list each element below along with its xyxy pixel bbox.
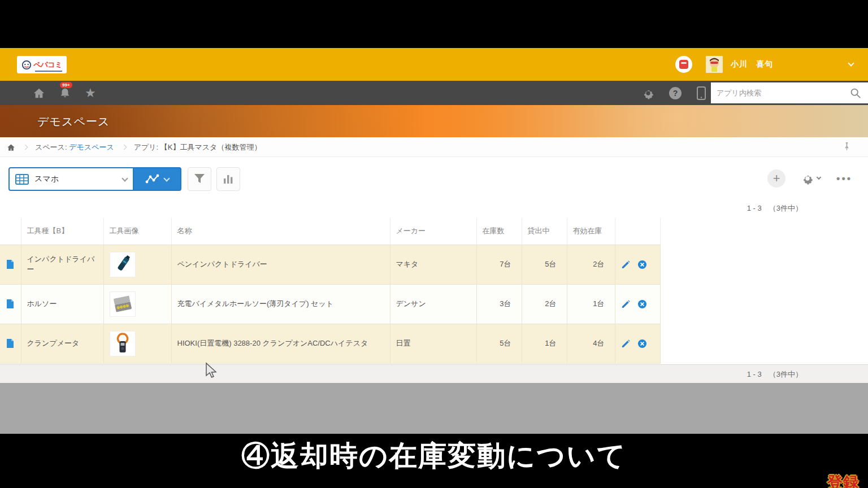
column-header-tool-type[interactable]: 工具種【B】: [21, 218, 103, 245]
gear-icon[interactable]: [642, 87, 654, 99]
cell-available: 2台: [567, 245, 615, 284]
filter-button[interactable]: [188, 167, 211, 191]
mouse-cursor: [205, 362, 218, 379]
global-toolbar: 99+ ★ ?: [0, 81, 868, 105]
breadcrumb-app-prefix: アプリ:: [134, 142, 159, 152]
product-image-hole-saw-set: [110, 291, 136, 317]
screen: ペパコミ 小川 喜句: [0, 0, 868, 488]
notification-bell-icon[interactable]: 99+: [59, 87, 71, 99]
column-header-tool-image[interactable]: 工具画像: [103, 218, 171, 245]
cell-lent: 2台: [522, 284, 567, 324]
cell-tool-type: インパクトドライバー: [21, 245, 103, 284]
record-detail-icon[interactable]: [6, 259, 14, 269]
edit-pencil-icon[interactable]: [621, 299, 631, 309]
table-header-row: 工具種【B】 工具画像 名称 メーカー 在庫数 貸出中 有効在庫: [0, 218, 660, 245]
chevron-down-icon: [163, 175, 170, 181]
chevron-down-icon: [121, 175, 128, 181]
view-selector-dropdown[interactable]: スマホ: [8, 167, 134, 191]
add-record-button[interactable]: +: [767, 169, 785, 188]
help-icon[interactable]: ?: [669, 87, 682, 99]
cell-lent: 5台: [522, 245, 567, 284]
user-menu[interactable]: 小川 喜句: [706, 56, 853, 73]
announcement-icon: [679, 60, 688, 69]
line-graph-icon: [145, 173, 160, 185]
cell-maker: マキタ: [390, 245, 476, 284]
space-cover-image: デモスペース: [0, 105, 868, 137]
app-header: ペパコミ 小川 喜句: [0, 48, 868, 81]
breadcrumb-app-name[interactable]: 【K】工具マスタ（複数管理）: [160, 142, 262, 152]
column-header-blank: [0, 218, 21, 245]
table-row: クランプメータ HIOKI(日置電機) 3288-20 クランプオンAC/DCハ…: [0, 324, 660, 363]
column-header-stock[interactable]: 在庫数: [476, 218, 522, 245]
breadcrumb-space-prefix: スペース:: [35, 142, 67, 152]
record-count-bottom: 1 - 3 （3件中）: [747, 369, 802, 380]
chevron-down-icon: [848, 60, 854, 66]
record-count: 1 - 3 （3件中）: [747, 203, 802, 213]
cell-name: ペンインパクトドライバー: [171, 245, 390, 284]
breadcrumb-home-icon[interactable]: [7, 143, 15, 151]
record-detail-icon[interactable]: [6, 338, 14, 348]
cell-maker: 日置: [390, 324, 476, 363]
search-button[interactable]: [843, 82, 868, 103]
chevron-down-icon: [817, 175, 821, 180]
search-input[interactable]: [711, 89, 843, 97]
cell-tool-image: [103, 324, 171, 363]
record-list-area: スマホ +: [0, 157, 868, 364]
graph-view-button[interactable]: [134, 167, 181, 191]
cell-available: 1台: [567, 284, 615, 324]
register-watermark: 登録: [827, 472, 859, 488]
column-header-lent[interactable]: 貸出中: [522, 218, 567, 245]
more-options-button[interactable]: •••: [836, 173, 852, 185]
delete-icon[interactable]: [637, 299, 647, 309]
cell-tool-type: クランプメータ: [21, 324, 103, 363]
user-name: 小川 喜句: [731, 59, 773, 69]
brand-logo-text: ペパコミ: [33, 61, 62, 68]
table-view-icon: [15, 174, 29, 185]
chart-button[interactable]: [216, 167, 240, 191]
page-background: [0, 383, 868, 434]
column-header-available[interactable]: 有効在庫: [567, 218, 615, 245]
column-header-name[interactable]: 名称: [171, 218, 390, 245]
letterbox-bottom: ④返却時の在庫変動について 登録: [0, 434, 868, 488]
pin-icon[interactable]: [844, 142, 850, 153]
app-search: [711, 82, 868, 103]
breadcrumb-space-link[interactable]: デモスペース: [69, 142, 114, 152]
gear-icon: [801, 172, 814, 185]
cell-tool-type: ホルソー: [21, 284, 103, 324]
cell-tool-image: [103, 245, 171, 284]
cell-tool-image: [103, 284, 171, 324]
favorites-star-icon[interactable]: ★: [85, 87, 96, 99]
delete-icon[interactable]: [637, 339, 647, 348]
delete-icon[interactable]: [637, 260, 647, 269]
home-icon[interactable]: [33, 88, 45, 99]
funnel-icon: [193, 173, 206, 185]
announcement-button[interactable]: [675, 56, 692, 73]
product-image-clamp-meter: [110, 331, 136, 356]
cell-stock: 7台: [476, 245, 522, 284]
cell-stock: 3台: [476, 284, 522, 324]
edit-pencil-icon[interactable]: [621, 339, 631, 348]
video-caption: ④返却時の在庫変動について: [0, 437, 868, 475]
logo-mascot-icon: [21, 60, 32, 70]
column-header-actions: [615, 218, 660, 245]
bar-chart-icon: [223, 173, 234, 185]
record-open-cell: [0, 245, 21, 284]
app-settings-button[interactable]: [801, 172, 821, 185]
hamburger-menu-icon[interactable]: [6, 88, 19, 98]
letterbox-top: [0, 0, 868, 48]
cell-actions: [615, 324, 660, 363]
table-row: ホルソー 充電バイメタルホールソー(薄刃タイプ) セット: [0, 284, 660, 324]
record-open-cell: [0, 324, 21, 363]
mobile-device-icon[interactable]: [696, 86, 706, 100]
cell-stock: 5台: [476, 324, 522, 363]
record-detail-icon[interactable]: [6, 299, 14, 309]
record-open-cell: [0, 284, 21, 324]
edit-pencil-icon[interactable]: [621, 260, 631, 269]
column-header-maker[interactable]: メーカー: [390, 218, 476, 245]
space-title: デモスペース: [37, 114, 110, 129]
table-row: インパクトドライバー ペンインパクトドライバー: [0, 245, 660, 284]
record-table: 工具種【B】 工具画像 名称 メーカー 在庫数 貸出中 有効在庫 インパクトドラ…: [0, 218, 661, 364]
breadcrumb: スペース: デモスペース アプリ: 【K】工具マスタ（複数管理）: [0, 137, 868, 157]
brand-logo[interactable]: ペパコミ: [17, 56, 67, 73]
brand-logo-subline: [35, 71, 62, 72]
